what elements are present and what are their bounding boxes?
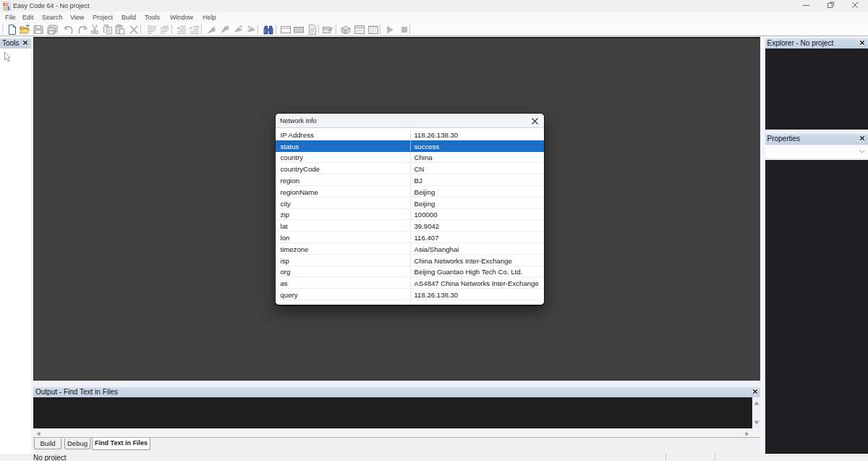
svg-text:EC: EC bbox=[3, 1, 9, 6]
